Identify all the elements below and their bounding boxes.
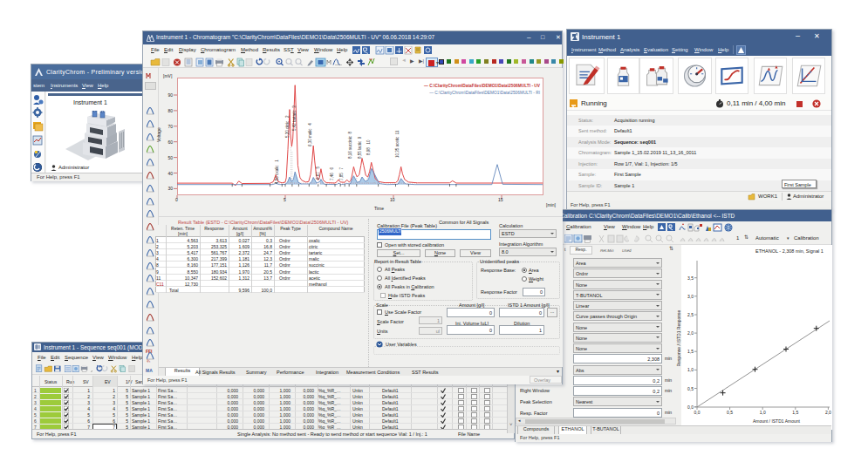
- svg-text:7,85 7: 7,85 7: [339, 166, 344, 180]
- svg-text:2,5: 2,5: [687, 312, 694, 317]
- svg-text:6,30 malic 4: 6,30 malic 4: [308, 123, 312, 146]
- svg-text:7,46 6: 7,46 6: [330, 166, 334, 180]
- svg-text:5,42 tartaric 3: 5,42 tartaric 3: [292, 105, 297, 131]
- svg-text:5,20 citric 2: 5,20 citric 2: [285, 115, 290, 138]
- svg-text:0,5: 0,5: [727, 410, 733, 415]
- svg-text:1,0: 1,0: [687, 367, 694, 372]
- svg-text:— C:\ClarityChrom\DataFiles\DE: — C:\ClarityChrom\DataFiles\DEMO1\Data\2…: [429, 91, 540, 95]
- svg-text:1,5: 1,5: [687, 349, 694, 354]
- svg-text:— C:\ClarityChrom\DataFiles\DE: — C:\ClarityChrom\DataFiles\DEMO1\Data\2…: [424, 84, 541, 88]
- svg-text:Response / ISTD1 Response: Response / ISTD1 Response: [676, 309, 681, 366]
- svg-text:Amount / ISTD1 Amount: Amount / ISTD1 Amount: [753, 418, 801, 424]
- svg-text:8,55 lactic 9: 8,55 lactic 9: [358, 136, 362, 159]
- svg-text:4,56 oxalic 1: 4,56 oxalic 1: [275, 160, 279, 184]
- svg-text:2,0: 2,0: [687, 330, 694, 336]
- svg-text:0,0: 0,0: [687, 404, 694, 410]
- svg-text:1,0: 1,0: [760, 410, 766, 415]
- svg-text:0,5: 0,5: [687, 386, 694, 391]
- svg-text:3,0: 3,0: [687, 294, 694, 299]
- svg-text:6,67 5: 6,67 5: [316, 166, 320, 180]
- svg-text:1,5: 1,5: [792, 410, 798, 415]
- svg-text:0,0: 0,0: [694, 410, 701, 415]
- svg-text:3,5: 3,5: [687, 275, 694, 281]
- svg-text:10,35 acetic 11: 10,35 acetic 11: [395, 130, 400, 158]
- svg-text:8,98 10: 8,98 10: [366, 139, 371, 155]
- svg-text:2,0: 2,0: [825, 410, 831, 415]
- svg-text:8,16 succinic 8: 8,16 succinic 8: [348, 131, 352, 159]
